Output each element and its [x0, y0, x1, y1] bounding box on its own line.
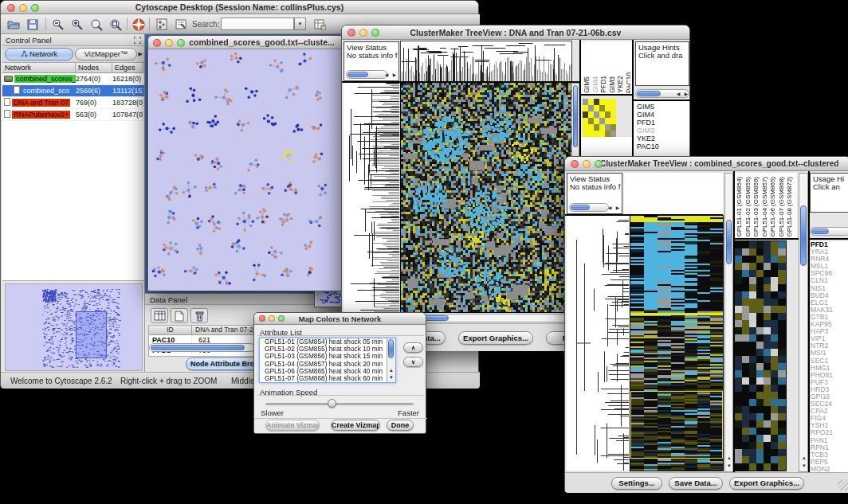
column-label[interactable]: PAC10 [625, 72, 631, 93]
scroll-up-arrow[interactable]: ▲ [725, 455, 733, 462]
treeview2-titlebar[interactable]: ClusterMaker TreeView : combined_scores_… [565, 157, 848, 171]
main-titlebar[interactable]: Cytoscape Desktop (Session Name: collins… [1, 1, 478, 14]
scroll-down-arrow[interactable]: ▼ [800, 463, 808, 470]
column-label[interactable]: GIM5 [583, 76, 591, 93]
dialog-button[interactable]: Done [387, 420, 414, 431]
minimize-button[interactable] [269, 315, 275, 322]
dialog-button[interactable]: Create Vizmap [331, 420, 380, 431]
view-status-scrollbar[interactable] [569, 203, 609, 212]
help-lifering-icon[interactable] [131, 17, 147, 32]
treeview1-column-dendrogram[interactable] [401, 41, 571, 81]
treeview2-heatmap[interactable] [630, 216, 723, 471]
scroll-up-arrow[interactable]: ▲ [800, 455, 808, 462]
data-panel-hscrollbar-thumb[interactable] [151, 345, 245, 350]
close-button[interactable] [153, 39, 161, 47]
treeview2-detail-heatmap[interactable] [735, 241, 786, 471]
row-label[interactable]: GIM4 [637, 111, 685, 119]
column-label[interactable]: GPL51-06 (GSM865) [769, 177, 778, 237]
row-label[interactable]: GIM3 [637, 127, 685, 135]
treeview1-row-dendrogram[interactable] [344, 83, 399, 312]
scroll-down-arrow[interactable]: ▼ [387, 374, 395, 381]
column-label[interactable]: GPL51-03 (GSM856) [752, 177, 761, 237]
move-up-button[interactable]: ∧ [403, 342, 423, 353]
minimize-button[interactable] [19, 4, 27, 12]
attribute-list-item[interactable]: GPL51-07 (GSM868) heat shock 60 min [262, 375, 395, 382]
network-table-row[interactable]: DNA and Tran 07 769(0) 183728(0) [2, 97, 144, 109]
attribute-list-scrollbar-thumb[interactable] [388, 339, 394, 358]
search-dropdown-button[interactable]: ▼ [294, 18, 306, 30]
close-button[interactable] [259, 315, 265, 322]
close-button[interactable] [347, 29, 355, 37]
animation-speed-slider-thumb[interactable] [328, 399, 336, 408]
delete-attribute-trash-icon[interactable] [190, 308, 208, 323]
zoom-selected-icon[interactable] [88, 17, 104, 32]
tab-vizmapper[interactable]: VizMapper™ [75, 48, 137, 61]
row-label[interactable]: PFD1 [637, 119, 685, 127]
column-label[interactable]: GPL51-04 (GSM857) [761, 177, 770, 237]
treeview1-titlebar[interactable]: ClusterMaker TreeView : DNA and Tran 07-… [342, 25, 689, 40]
zoom-button[interactable] [177, 39, 185, 47]
network-table-row[interactable]: combined_scores_ 2764(0) 16218(0) [2, 73, 144, 85]
column-label[interactable]: GIM3 [608, 76, 617, 93]
search-options-icon[interactable] [312, 17, 328, 32]
minimize-button[interactable] [165, 39, 173, 47]
row-label[interactable]: GIM5 [637, 103, 685, 111]
scroll-right-arrow[interactable]: ▶ [614, 205, 622, 212]
treeview2-vscrollbar[interactable]: ▲ ▼ [724, 173, 733, 472]
attribute-list-scrollbar[interactable]: ▲ ▼ [387, 338, 395, 382]
treeview1-heatmap[interactable] [401, 83, 571, 312]
treeview2-vscrollbar-thumb[interactable] [726, 220, 732, 264]
treeview2-row-dendrogram[interactable] [567, 216, 629, 471]
scroll-left-arrow[interactable]: ◀ [606, 205, 614, 212]
dialog-titlebar[interactable]: Map Colors to Network [254, 313, 426, 325]
scroll-down-arrow[interactable]: ▼ [725, 463, 733, 470]
usage-hints-scrollbar[interactable]: ◀ ▶ [635, 89, 689, 98]
more-tabs-icon[interactable]: ▶ [139, 51, 143, 57]
birdseye-overview-canvas[interactable] [6, 284, 142, 370]
attr-col-id[interactable]: ID [149, 326, 192, 334]
annotation-icon[interactable] [173, 17, 189, 32]
treeview2-detail-vscrollbar-thumb[interactable] [800, 205, 807, 266]
column-label[interactable]: GIM4 [591, 76, 600, 93]
column-label[interactable]: GPL51-08 (GSM872) [786, 177, 795, 237]
network-view-canvas[interactable] [149, 49, 343, 291]
network-table-row[interactable]: combined_sco 2569(6) 13112(15) [2, 85, 144, 97]
minimize-button[interactable] [359, 29, 367, 37]
treeview1-vscrollbar-thumb[interactable] [573, 85, 578, 147]
data-panel-hscrollbar[interactable] [149, 343, 255, 352]
scroll-up-arrow[interactable]: ▲ [387, 367, 395, 374]
tab-network[interactable]: Network [5, 48, 73, 61]
zoom-in-icon[interactable] [69, 17, 85, 32]
row-label[interactable]: PAC10 [637, 143, 685, 150]
zoom-button[interactable] [31, 4, 39, 12]
column-label[interactable]: GPL51-02 (GSM855) [744, 177, 753, 237]
attribute-table-icon[interactable] [151, 308, 168, 323]
network-tree-empty-area[interactable] [2, 121, 144, 281]
network-window-titlebar[interactable]: combined_scores_good.txt--cluste... [148, 36, 344, 49]
scroll-right-arrow[interactable]: ▶ [682, 91, 690, 98]
column-label[interactable]: GPL51-07 (GSM868) [778, 177, 787, 237]
search-input[interactable] [221, 18, 294, 30]
animation-speed-slider-track[interactable] [265, 403, 414, 405]
vizmapper-icon[interactable] [154, 17, 170, 32]
minimize-button[interactable] [583, 160, 591, 168]
resize-grip[interactable] [838, 479, 848, 490]
zoom-button[interactable] [371, 29, 379, 37]
scroll-left-arrow[interactable]: ◀ [674, 91, 682, 98]
treeview2-detail-vscrollbar[interactable]: ▲ ▼ [799, 173, 808, 472]
move-down-button[interactable]: ∨ [403, 357, 423, 367]
scroll-right-arrow[interactable]: ▶ [391, 72, 398, 79]
treeview2-button[interactable]: Save Data... [669, 477, 723, 490]
save-button[interactable] [25, 17, 41, 32]
zoom-fit-icon[interactable] [108, 17, 124, 32]
row-label[interactable]: YKE2 [637, 135, 685, 143]
treeview1-correlation-matrix[interactable] [583, 99, 616, 137]
zoom-out-icon[interactable] [50, 17, 66, 32]
treeview2-button[interactable]: Settings... [611, 477, 662, 490]
open-file-button[interactable] [6, 17, 22, 32]
usage-hints-scrollbar[interactable] [810, 227, 848, 236]
view-status-scrollbar[interactable] [346, 70, 387, 79]
close-button[interactable] [7, 4, 15, 12]
column-label[interactable]: PFD1 [599, 76, 608, 93]
network-table-row[interactable]: RNAPuberNov2+ 563(0) 107847(0) [2, 109, 144, 121]
